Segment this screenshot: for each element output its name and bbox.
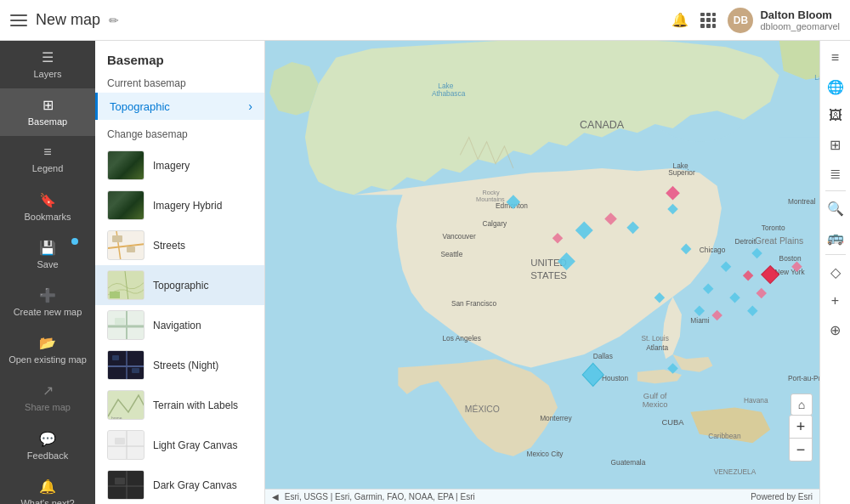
attribution-text: Esri, USGS | Esri, Garmin, FAO, NOAA, EP… [285, 492, 475, 501]
sidebar-item-share-map[interactable]: ↗ Share map [0, 374, 95, 422]
svg-text:Athabasca: Athabasca [432, 89, 466, 98]
svg-text:Montreal: Montreal [788, 197, 816, 206]
zoom-rt-button[interactable]: + [822, 287, 849, 314]
basemap-panel: Basemap Current basemap Topographic › Ch… [95, 41, 265, 504]
save-icon: 💾 [39, 240, 56, 256]
svg-text:STATES: STATES [530, 270, 567, 280]
header-left: New map ✏ [10, 11, 672, 29]
table-button[interactable]: ⊞ [822, 131, 849, 158]
zoom-in-button[interactable]: + [790, 416, 812, 438]
current-basemap-label: Topographic [110, 100, 170, 113]
topographic-thumbnail [107, 270, 144, 300]
layers-rt-button[interactable]: ≣ [822, 160, 849, 187]
sidebar-item-layers[interactable]: ☰ Layers [0, 41, 95, 88]
notifications-icon[interactable]: 🔔 [672, 12, 688, 28]
apps-grid-icon[interactable] [700, 13, 716, 28]
svg-text:CUBA: CUBA [661, 418, 684, 427]
svg-text:Monterrey: Monterrey [540, 414, 572, 422]
directions-button[interactable]: 🚌 [822, 224, 849, 251]
svg-text:Guatemala: Guatemala [611, 458, 646, 467]
toolbar-divider-1 [825, 190, 846, 191]
svg-text:Atlanta: Atlanta [646, 343, 668, 352]
basemap-option-dark-gray[interactable]: Dark Gray Canvas [95, 465, 264, 504]
panel-title: Basemap [95, 41, 264, 72]
svg-text:Detroit: Detroit [734, 237, 756, 246]
sidebar-item-feedback[interactable]: 💬 Feedback [0, 422, 95, 470]
current-basemap-item[interactable]: Topographic › [95, 93, 264, 120]
user-menu[interactable]: DB Dalton Bloom dbloom_geomarvel [728, 8, 840, 33]
home-button[interactable]: ⌂ [790, 394, 813, 416]
sidebar-item-save[interactable]: 💾 Save [0, 231, 95, 279]
light-gray-label: Light Gray Canvas [153, 439, 237, 451]
basemap-option-imagery-hybrid[interactable]: Imagery Hybrid [95, 185, 264, 225]
streets-night-label: Streets (Night) [153, 360, 218, 371]
legend-icon: ≡ [43, 144, 51, 160]
terrain-labels-label: Terrain with Labels [153, 399, 238, 411]
measure-button[interactable]: ◇ [822, 258, 849, 286]
attribution-toggle[interactable]: ◀ [272, 492, 279, 501]
svg-rect-4 [127, 246, 135, 252]
globe-button[interactable]: 🌐 [822, 73, 849, 100]
location-button[interactable]: ⊕ [822, 316, 849, 343]
sidebar-item-open-existing-map[interactable]: 📂 Open existing map [0, 326, 95, 374]
imagery-hybrid-label: Imagery Hybrid [153, 200, 222, 212]
sidebar-label-bookmarks: Bookmarks [24, 212, 71, 223]
sidebar-item-create-new-map[interactable]: ➕ Create new map [0, 279, 95, 326]
svg-text:Caribbean: Caribbean [708, 432, 741, 440]
sidebar-label-legend: Legend [32, 163, 64, 174]
svg-text:Gulf of: Gulf of [643, 392, 667, 400]
list-button[interactable]: ≡ [822, 44, 849, 71]
svg-text:Toronto: Toronto [762, 224, 785, 232]
light-gray-thumbnail [107, 430, 144, 460]
svg-text:MÉXICO: MÉXICO [465, 404, 500, 414]
svg-text:Vancouver: Vancouver [442, 232, 475, 241]
basemap-option-terrain-labels[interactable]: home Terrain with Labels [95, 385, 264, 425]
sidebar-label-feedback: Feedback [27, 450, 68, 462]
attribution-left: ◀ Esri, USGS | Esri, Garmin, FAO, NOAA, … [272, 492, 475, 501]
svg-text:Calgary: Calgary [482, 219, 507, 228]
navigation-label: Navigation [153, 320, 201, 331]
sidebar-label-save: Save [37, 259, 58, 270]
search-button[interactable]: 🔍 [822, 195, 849, 222]
layers-icon: ☰ [42, 49, 54, 65]
user-handle: dbloom_geomarvel [760, 21, 840, 31]
svg-text:Great Plains: Great Plains [755, 236, 803, 246]
dark-gray-label: Dark Gray Canvas [153, 479, 237, 491]
sidebar-item-bookmarks[interactable]: 🔖 Bookmarks [0, 184, 95, 231]
basemap-option-imagery[interactable]: Imagery [95, 145, 264, 185]
sidebar-item-legend[interactable]: ≡ Legend [0, 136, 95, 183]
svg-rect-6 [110, 292, 120, 298]
sidebar-item-whats-next[interactable]: 🔔 What's next? [0, 470, 95, 504]
svg-text:Seattle: Seattle [440, 250, 462, 258]
zoom-out-button[interactable]: − [790, 439, 812, 461]
basemap-icon: ⊞ [42, 97, 54, 113]
svg-text:Mexico: Mexico [643, 400, 668, 409]
basemap-option-topographic[interactable]: Topographic [95, 265, 264, 305]
open-map-icon: 📂 [39, 335, 56, 351]
svg-text:Superior: Superior [668, 168, 695, 177]
imagery-thumbnail [107, 150, 144, 180]
user-text: Dalton Bloom dbloom_geomarvel [760, 8, 840, 31]
svg-rect-16 [132, 368, 139, 373]
svg-text:home: home [111, 416, 122, 420]
svg-text:Miami: Miami [690, 316, 709, 325]
basemap-option-light-gray[interactable]: Light Gray Canvas [95, 425, 264, 465]
svg-text:Boston: Boston [779, 254, 802, 263]
map-area[interactable]: CANADA UNITED STATES MÉXICO Gulf of Mexi… [265, 41, 850, 504]
svg-text:CANADA: CANADA [580, 119, 625, 131]
basemap-option-streets-night[interactable]: Streets (Night) [95, 345, 264, 385]
sidebar-item-basemap[interactable]: ⊞ Basemap [0, 88, 95, 136]
hamburger-icon[interactable] [10, 12, 27, 29]
sidebar-label-basemap: Basemap [28, 116, 67, 127]
zoom-controls: + − [789, 415, 813, 462]
edit-title-icon[interactable]: ✏ [109, 14, 119, 27]
header: New map ✏ 🔔 DB Dalton Bloom dbloom_geoma… [0, 0, 850, 41]
chevron-right-icon: › [248, 99, 252, 113]
basemap-option-navigation[interactable]: Navigation [95, 305, 264, 345]
image-button[interactable]: 🖼 [822, 102, 849, 129]
imagery-hybrid-thumbnail [107, 190, 144, 220]
basemap-option-streets[interactable]: Streets [95, 225, 264, 265]
svg-rect-11 [115, 318, 125, 325]
svg-text:VENEZUELA: VENEZUELA [714, 467, 756, 476]
svg-rect-3 [112, 235, 122, 242]
